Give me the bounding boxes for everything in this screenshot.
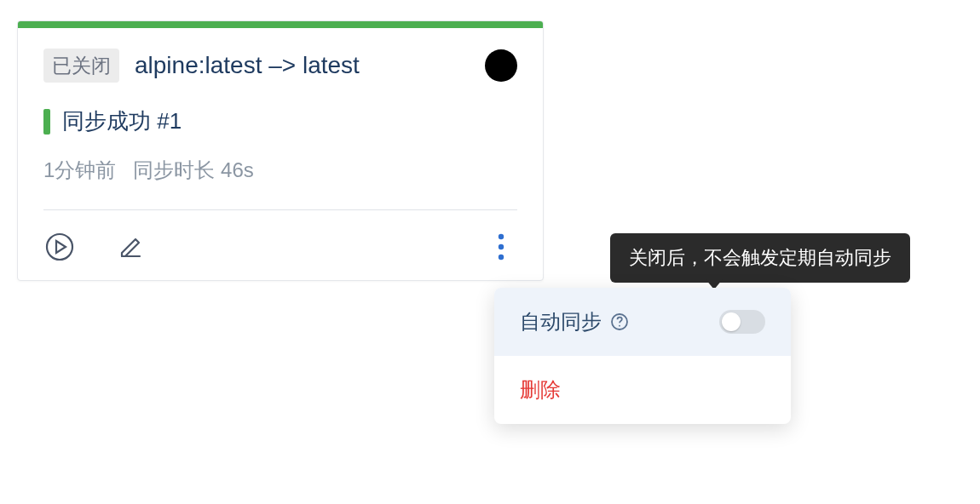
more-vertical-icon [498,233,504,261]
dropdown-menu: 自动同步 删除 [494,288,791,424]
play-icon [44,232,75,262]
tooltip-text: 关闭后，不会触发定期自动同步 [629,247,891,268]
auto-sync-toggle[interactable] [719,310,765,334]
rule-title: alpine:latest –> latest [135,52,470,79]
meta-duration: 同步时长 46s [133,157,253,184]
status-indicator [43,109,50,135]
actions-row [43,231,517,263]
status-row: 同步成功 #1 [43,106,517,136]
more-button[interactable] [485,231,517,263]
svg-point-5 [619,325,620,327]
card-status-bar [18,21,543,28]
svg-point-3 [499,255,504,260]
status-text: 同步成功 #1 [62,106,182,136]
auto-sync-label: 自动同步 [520,308,602,335]
question-circle-icon[interactable] [610,312,629,331]
svg-point-0 [47,234,72,260]
card-header: 已关闭 alpine:latest –> latest [43,49,517,83]
menu-item-delete[interactable]: 删除 [494,356,791,424]
delete-label: 删除 [520,376,561,404]
tooltip: 关闭后，不会触发定期自动同步 [610,233,910,283]
card-body: 已关闭 alpine:latest –> latest 同步成功 #1 1分钟前… [18,28,543,280]
meta-row: 1分钟前 同步时长 46s [43,157,517,184]
play-button[interactable] [43,231,76,263]
sync-rule-card: 已关闭 alpine:latest –> latest 同步成功 #1 1分钟前… [17,20,544,281]
toggle-knob [722,312,741,331]
edit-button[interactable] [115,231,147,263]
svg-point-2 [499,244,504,249]
svg-point-1 [499,234,504,239]
avatar [485,49,517,82]
menu-item-auto-sync[interactable]: 自动同步 [494,288,791,356]
divider [43,209,517,210]
pencil-icon [117,232,146,261]
meta-time: 1分钟前 [43,157,116,184]
closed-badge: 已关闭 [43,49,119,83]
